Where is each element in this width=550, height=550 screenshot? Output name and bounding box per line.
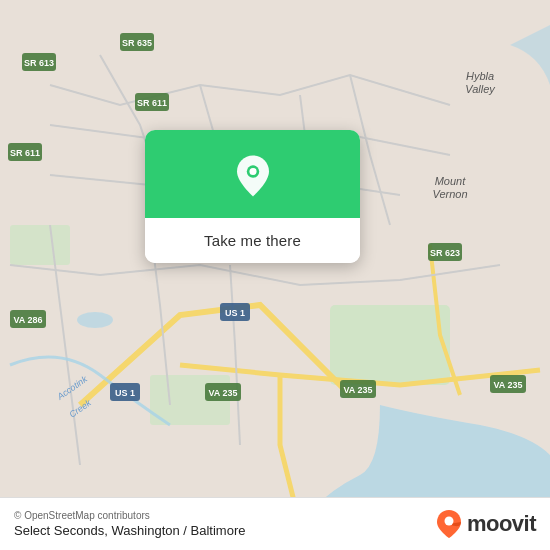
svg-text:Mount: Mount [435,175,467,187]
svg-text:SR 623: SR 623 [430,248,460,258]
location-name: Select Seconds, Washington / Baltimore [14,523,245,538]
bottom-bar: © OpenStreetMap contributors Select Seco… [0,497,550,550]
popup-card: Take me there [145,130,360,263]
svg-text:VA 286: VA 286 [13,315,42,325]
svg-text:US 1: US 1 [115,388,135,398]
svg-text:US 1: US 1 [225,308,245,318]
svg-text:VA 235: VA 235 [208,388,237,398]
map-container: SR 613 SR 635 SR 611 SR 611 VA 286 US 1 … [0,0,550,550]
svg-text:VA 235: VA 235 [493,380,522,390]
svg-text:SR 611: SR 611 [10,148,40,158]
svg-text:Hybla: Hybla [466,70,494,82]
bottom-left-info: © OpenStreetMap contributors Select Seco… [14,510,245,538]
popup-header [145,130,360,218]
svg-text:Valley: Valley [465,83,496,95]
svg-text:SR 611: SR 611 [137,98,167,108]
svg-text:VA 235: VA 235 [343,385,372,395]
map-attribution: © OpenStreetMap contributors [14,510,245,521]
svg-text:Vernon: Vernon [432,188,467,200]
svg-point-35 [444,517,453,526]
svg-text:SR 613: SR 613 [24,58,54,68]
location-pin-icon [229,152,277,200]
moovit-brand-text: moovit [467,511,536,537]
svg-point-1 [77,312,113,328]
moovit-logo: moovit [435,508,536,540]
svg-rect-2 [330,305,450,385]
svg-text:SR 635: SR 635 [122,38,152,48]
moovit-pin-icon [435,508,463,540]
svg-rect-3 [10,225,70,265]
svg-point-34 [249,168,256,175]
take-me-there-button[interactable]: Take me there [145,218,360,263]
map-background: SR 613 SR 635 SR 611 SR 611 VA 286 US 1 … [0,0,550,550]
